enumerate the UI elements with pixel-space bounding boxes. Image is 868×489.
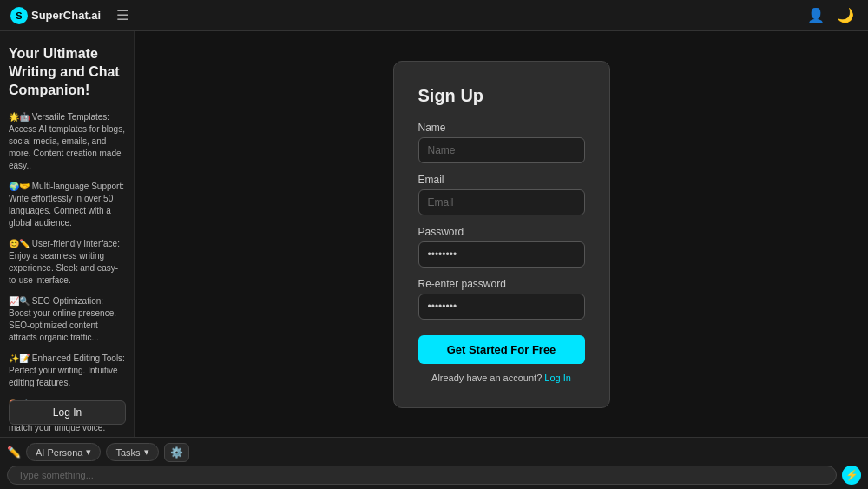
hamburger-icon[interactable]: ☰ (116, 7, 128, 23)
account-icon[interactable]: 👤 (804, 5, 828, 25)
nav-left: S SuperChat.ai ☰ (10, 7, 128, 24)
bottom-tabs: ✏️ AI Persona ▾ Tasks ▾ ⚙️ (0, 438, 868, 465)
tab-tasks[interactable]: Tasks ▾ (106, 443, 158, 461)
main-content: Sign Up Name Email Password Re-enter pas… (135, 31, 868, 437)
login-link[interactable]: Log In (544, 373, 571, 383)
bottom-bar: ✏️ AI Persona ▾ Tasks ▾ ⚙️ ⚡ (0, 437, 868, 489)
repassword-input[interactable] (418, 294, 585, 320)
tab-ai-persona-label: AI Persona (36, 447, 82, 458)
name-input[interactable] (418, 137, 585, 163)
logo: S SuperChat.ai (10, 7, 101, 24)
feature-list-item: 🌟🤖 Versatile Templates: Access AI templa… (9, 111, 125, 172)
logo-text: SuperChat.ai (31, 9, 101, 22)
email-field-group: Email (418, 174, 585, 215)
login-link-area: Already have an account? Log In (418, 373, 585, 383)
send-button[interactable]: ⚡ (842, 466, 861, 485)
sidebar-title: Your Ultimate Writing and Chat Companion… (9, 45, 125, 99)
name-field-group: Name (418, 122, 585, 163)
chevron-down-icon: ▾ (86, 446, 91, 458)
tab-tasks-label: Tasks (115, 447, 140, 458)
chat-input[interactable] (7, 466, 837, 485)
nav-right: 👤 🌙 (804, 5, 858, 25)
bottom-input-row: ⚡ (0, 465, 868, 489)
settings-gear-button[interactable]: ⚙️ (164, 443, 189, 462)
password-field-group: Password (418, 226, 585, 268)
feature-list-item: 🌍🤝 Multi-language Support: Write effortl… (9, 181, 125, 229)
sidebar: Your Ultimate Writing and Chat Companion… (0, 31, 135, 437)
login-prompt-text: Already have an account? (431, 373, 542, 383)
repassword-label: Re-enter password (418, 278, 585, 290)
password-input[interactable] (418, 241, 585, 268)
modal-overlay: Sign Up Name Email Password Re-enter pas… (135, 31, 868, 437)
get-started-button[interactable]: Get Started For Free (418, 335, 585, 364)
feature-list-item: 📈🔍 SEO Optimization: Boost your online p… (9, 295, 125, 344)
email-label: Email (418, 174, 585, 186)
name-label: Name (418, 122, 585, 134)
pencil-icon: ✏️ (7, 446, 21, 459)
top-nav: S SuperChat.ai ☰ 👤 🌙 (0, 0, 868, 31)
theme-icon[interactable]: 🌙 (833, 5, 858, 25)
chevron-down-icon-2: ▾ (144, 446, 149, 458)
repassword-field-group: Re-enter password (418, 278, 585, 320)
signup-title: Sign Up (418, 86, 585, 106)
feature-list-item: ✨📝 Enhanced Editing Tools: Perfect your … (9, 353, 125, 389)
tab-ai-persona[interactable]: AI Persona ▾ (26, 443, 101, 461)
feature-list-item: 😊✏️ User-friendly Interface: Enjoy a sea… (9, 238, 125, 287)
email-input[interactable] (418, 189, 585, 215)
signup-card: Sign Up Name Email Password Re-enter pas… (393, 61, 610, 408)
feature-list: 🌟🤖 Versatile Templates: Access AI templa… (9, 111, 125, 437)
sidebar-login-area: Log In (0, 393, 135, 432)
password-label: Password (418, 226, 585, 238)
login-button[interactable]: Log In (9, 400, 126, 425)
logo-icon: S (10, 7, 28, 24)
